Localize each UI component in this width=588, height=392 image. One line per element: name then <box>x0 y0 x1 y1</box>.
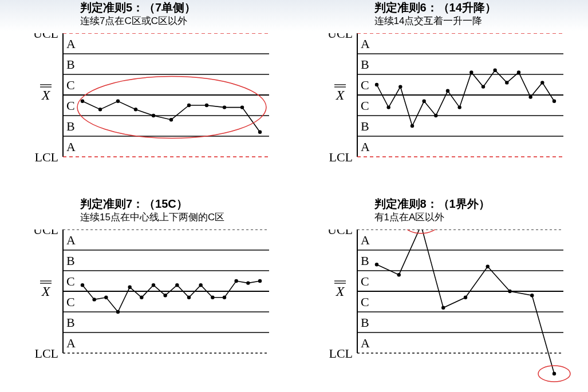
zone-label: A <box>361 233 370 247</box>
chart-title: 判定准则8：（1界外） <box>374 196 490 212</box>
chart-subtitle: 连续14点交互着一升一降 <box>374 14 496 27</box>
label-ucl: UCL <box>327 229 353 237</box>
chart-grid: 判定准则5：（7单侧）连续7点在C区或C区以外UCLLCLXABCCBA 判定准… <box>0 0 588 392</box>
data-point <box>246 281 250 284</box>
label-ucl: UCL <box>33 33 58 41</box>
data-point <box>128 285 131 288</box>
zone-label: B <box>66 254 75 268</box>
data-point <box>169 118 173 121</box>
zone-label: B <box>66 315 75 330</box>
data-point <box>240 105 244 109</box>
data-point <box>445 89 449 93</box>
data-point <box>152 283 155 287</box>
data-point <box>258 130 262 134</box>
zone-label: B <box>361 254 369 268</box>
data-point <box>457 105 461 109</box>
zone-label: A <box>66 140 76 154</box>
data-point <box>386 105 390 109</box>
zone-label: C <box>66 274 75 288</box>
data-point <box>92 298 96 301</box>
data-point <box>434 114 437 117</box>
data-point <box>508 289 511 292</box>
data-point <box>104 295 108 299</box>
zone-label: B <box>66 57 75 72</box>
control-chart-svg: UCLLCLXABCCBA <box>11 229 286 387</box>
data-point <box>398 85 402 88</box>
chart-rule7: 判定准则7：（15C）连续15点在中心线上下两侧的C区UCLLCLXABCCBA <box>0 196 294 393</box>
data-point <box>374 263 378 266</box>
data-point <box>81 100 84 103</box>
zone-label: A <box>66 37 76 51</box>
label-xbar: X <box>41 284 51 299</box>
label-ucl: UCL <box>327 33 353 41</box>
zone-label: C <box>66 295 75 309</box>
chart-title: 判定准则6：（14升降） <box>374 0 496 15</box>
zone-label: B <box>361 119 369 133</box>
label-xbar: X <box>335 88 345 102</box>
zone-label: B <box>66 119 75 133</box>
zone-label: A <box>361 336 370 350</box>
zone-label: C <box>66 78 75 92</box>
data-point <box>493 69 496 72</box>
data-point <box>223 295 226 299</box>
data-point <box>199 283 202 287</box>
zone-label: A <box>361 37 370 51</box>
data-point <box>552 100 555 103</box>
zone-label: A <box>66 233 76 247</box>
control-chart-svg: UCLLCLXABCCBA <box>306 229 581 387</box>
data-point <box>530 294 534 297</box>
data-point <box>422 100 425 103</box>
data-point <box>81 283 84 287</box>
chart-title: 判定准则5：（7单侧） <box>80 0 196 15</box>
data-point <box>116 100 120 103</box>
label-ucl: UCL <box>33 229 58 237</box>
data-point <box>175 283 179 287</box>
data-point <box>374 83 378 86</box>
data-point <box>410 124 413 128</box>
chart-title: 判定准则7：（15C） <box>80 196 224 212</box>
data-point <box>187 295 191 299</box>
zone-label: C <box>361 295 369 309</box>
data-point <box>234 279 238 282</box>
data-point <box>140 295 143 299</box>
label-xbar: X <box>41 88 51 102</box>
data-point <box>98 108 102 111</box>
zone-label: B <box>361 57 369 72</box>
data-point <box>540 81 544 84</box>
data-point <box>552 371 555 375</box>
data-line <box>377 229 554 374</box>
zone-label: A <box>361 140 370 154</box>
data-point <box>441 306 445 309</box>
highlight-ellipse <box>405 229 437 233</box>
data-point <box>486 264 489 268</box>
data-point <box>528 95 532 98</box>
data-point <box>134 108 137 111</box>
label-xbar: X <box>335 284 345 299</box>
label-lcl: LCL <box>34 346 58 361</box>
data-point <box>463 295 467 299</box>
data-point <box>469 70 473 74</box>
zone-label: A <box>66 336 76 350</box>
zone-label: B <box>361 315 369 330</box>
chart-rule8: 判定准则8：（1界外）有1点在A区以外UCLLCLXABCCBA <box>294 196 589 393</box>
chart-subtitle: 有1点在A区以外 <box>374 211 490 224</box>
data-point <box>116 310 120 313</box>
data-point <box>205 104 208 107</box>
data-point <box>152 114 155 117</box>
chart-rule5: 判定准则5：（7单侧）连续7点在C区或C区以外UCLLCLXABCCBA <box>0 0 294 196</box>
zone-label: C <box>361 78 369 92</box>
control-chart-svg: UCLLCLXABCCBA <box>306 33 581 191</box>
zone-label: C <box>66 98 75 113</box>
label-lcl: LCL <box>34 150 58 164</box>
chart-subtitle: 连续7点在C区或C区以外 <box>80 14 196 27</box>
data-point <box>258 279 262 282</box>
zone-label: C <box>361 98 369 113</box>
data-point <box>505 81 508 84</box>
data-point <box>163 294 167 297</box>
label-lcl: LCL <box>329 150 353 164</box>
data-point <box>481 85 484 88</box>
data-point <box>187 104 191 107</box>
data-point <box>223 105 226 109</box>
data-line <box>82 101 260 132</box>
control-chart-svg: UCLLCLXABCCBA <box>11 33 286 191</box>
